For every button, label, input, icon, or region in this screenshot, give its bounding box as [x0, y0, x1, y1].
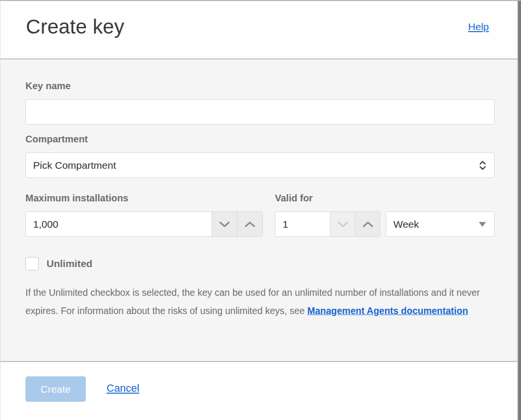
unlimited-row: Unlimited	[25, 257, 495, 270]
compartment-field: Compartment Pick Compartment	[25, 134, 495, 178]
page-title: Create key	[26, 15, 521, 38]
cancel-link[interactable]: Cancel	[107, 382, 139, 395]
chevron-down-icon	[338, 222, 348, 227]
valid-for-unit-value: Week	[393, 219, 419, 230]
valid-for-field: Valid for	[275, 193, 495, 237]
create-key-dialog: Create key Help Key name Compartment Pic…	[0, 0, 521, 420]
create-button[interactable]: Create	[25, 376, 86, 402]
triangle-down-icon	[478, 222, 486, 227]
max-installations-label: Maximum installations	[25, 193, 263, 204]
unlimited-label: Unlimited	[47, 258, 93, 269]
max-installations-increment-button[interactable]	[237, 212, 262, 236]
dialog-header: Create key Help	[0, 1, 521, 59]
vertical-scrollbar[interactable]	[517, 1, 521, 420]
select-updown-chevrons-icon	[479, 160, 486, 171]
help-link[interactable]: Help	[468, 21, 489, 33]
compartment-selected-value: Pick Compartment	[33, 160, 116, 171]
unlimited-note: If the Unlimited checkbox is selected, t…	[25, 283, 495, 320]
chevron-up-icon	[363, 222, 373, 227]
valid-for-unit-select[interactable]: Week	[386, 211, 495, 237]
chevron-down-icon	[219, 222, 230, 227]
valid-for-label: Valid for	[275, 193, 495, 204]
valid-for-increment-button[interactable]	[355, 212, 380, 236]
dialog-body: Key name Compartment Pick Compartment Ma…	[0, 59, 521, 361]
key-name-field: Key name	[25, 81, 495, 125]
installations-validity-row: Maximum installations	[25, 193, 495, 237]
key-name-input[interactable]	[25, 99, 495, 125]
compartment-label: Compartment	[25, 134, 495, 145]
max-installations-decrement-button[interactable]	[212, 212, 237, 236]
max-installations-field: Maximum installations	[25, 193, 263, 237]
unlimited-checkbox[interactable]	[25, 257, 39, 270]
management-agents-doc-link[interactable]: Management Agents documentation	[307, 305, 468, 316]
valid-for-decrement-button[interactable]	[330, 212, 355, 236]
dialog-footer: Create Cancel	[0, 361, 521, 420]
key-name-label: Key name	[25, 81, 495, 92]
valid-for-stepper	[275, 211, 380, 237]
compartment-select[interactable]: Pick Compartment	[25, 152, 495, 178]
chevron-up-icon	[245, 222, 255, 227]
max-installations-stepper	[25, 211, 263, 237]
max-installations-input[interactable]	[26, 212, 212, 236]
valid-for-amount-input[interactable]	[275, 212, 330, 236]
